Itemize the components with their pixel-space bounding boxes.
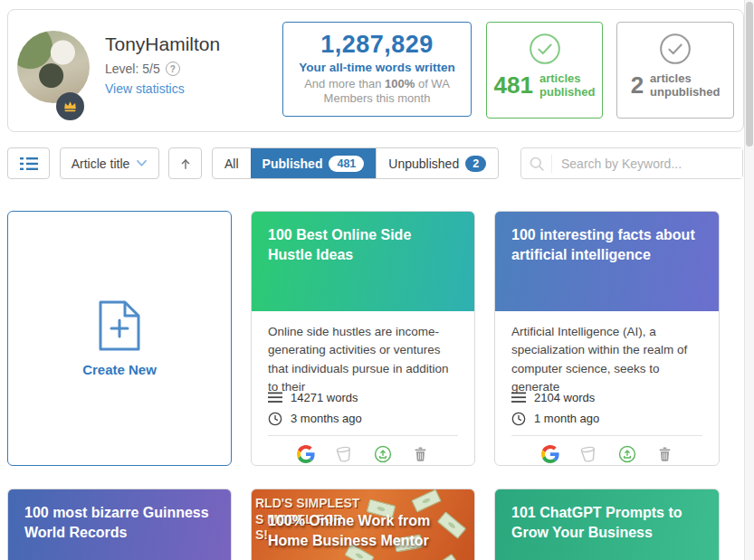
publish-icon[interactable] — [617, 444, 637, 464]
article-actions — [495, 436, 719, 466]
word-count-icon — [268, 392, 282, 403]
article-title: 100 most bizarre Guinness World Records — [24, 503, 215, 542]
crown-icon — [62, 98, 79, 115]
article-header[interactable]: 100 interesting facts about artificial i… — [495, 212, 719, 311]
unpublished-stat-card: 2 articlesunpublished — [616, 22, 734, 119]
list-icon — [19, 156, 39, 172]
new-document-icon — [99, 300, 140, 351]
unpublished-label: articlesunpublished — [650, 72, 720, 100]
bucket-icon[interactable] — [578, 444, 598, 464]
arrow-up-icon — [178, 156, 193, 172]
filter-tabs: All Published 481 Unpublished 2 — [212, 147, 499, 179]
crown-badge — [56, 92, 84, 120]
help-icon[interactable]: ? — [166, 62, 180, 76]
unpublished-count: 2 — [631, 71, 644, 100]
article-age: 3 months ago — [291, 412, 362, 425]
publish-icon[interactable] — [373, 444, 393, 464]
chevron-down-icon — [136, 159, 148, 167]
article-card: 100 Best Online Side Hustle Ideas Online… — [251, 211, 475, 466]
trash-icon[interactable] — [656, 445, 673, 463]
article-title: 100 interesting facts about artificial i… — [511, 225, 702, 264]
published-label: articlespublished — [539, 72, 595, 100]
article-card: 100 interesting facts about artificial i… — [494, 211, 720, 466]
google-index-icon[interactable] — [297, 445, 315, 463]
article-title: 100 Best Online Side Hustle Ideas — [268, 225, 458, 264]
tab-unpublished[interactable]: Unpublished 2 — [376, 148, 498, 178]
check-circle-icon — [658, 32, 692, 66]
unpublished-tab-badge: 2 — [465, 156, 486, 172]
dollar-bill-decor — [411, 489, 442, 513]
published-stat-card: 481 articlespublished — [486, 22, 603, 119]
published-count: 481 — [494, 71, 533, 100]
clock-icon — [268, 412, 282, 426]
words-written-subtext: And more than 100% of WA Members this mo… — [283, 77, 471, 107]
create-new-card[interactable]: Create New — [7, 211, 232, 466]
article-title: 101 ChatGPT Prompts to Grow Your Busines… — [511, 503, 702, 542]
article-card: 100 most bizarre Guinness World Records — [7, 489, 232, 560]
level-label: Level: 5/5 — [105, 62, 160, 76]
article-excerpt: Artificial Intelligence (AI), a speciali… — [511, 323, 702, 379]
article-card: RLD'S SIMPLEST S MODEL FOR S! 100% Onlin… — [251, 489, 475, 560]
word-count: 14271 words — [291, 391, 358, 404]
word-count: 2104 words — [534, 391, 595, 404]
view-statistics-link[interactable]: View statistics — [105, 81, 185, 96]
words-written-card: 1,287,829 Your all-time words written An… — [282, 22, 472, 117]
search-icon — [521, 155, 552, 173]
published-tab-badge: 481 — [329, 156, 364, 172]
search-box — [520, 147, 743, 179]
scrollbar-thumb[interactable] — [746, 2, 753, 147]
tab-all[interactable]: All — [213, 148, 251, 178]
article-excerpt: Online side hustles are income-generatin… — [268, 323, 458, 379]
article-header[interactable]: 100 most bizarre Guinness World Records — [8, 489, 231, 560]
article-card: 101 ChatGPT Prompts to Grow Your Busines… — [494, 489, 720, 560]
scrollbar-track[interactable] — [744, 0, 754, 560]
sort-dropdown-label: Article title — [72, 157, 130, 171]
create-new-label: Create New — [82, 362, 157, 377]
trash-icon[interactable] — [412, 445, 429, 463]
dollar-bill-decor — [429, 554, 459, 560]
clock-icon — [511, 412, 526, 426]
article-actions — [252, 436, 474, 466]
profile-header-card: TonyHamilton Level: 5/5 ? View statistic… — [7, 9, 744, 132]
avatar[interactable] — [17, 31, 90, 103]
article-header-image[interactable]: RLD'S SIMPLEST S MODEL FOR S! 100% Onlin… — [252, 489, 474, 560]
article-age: 1 month ago — [534, 412, 599, 425]
check-circle-icon — [528, 32, 562, 66]
words-written-label: Your all-time words written — [283, 61, 471, 74]
level-row: Level: 5/5 ? — [105, 62, 180, 76]
google-index-icon[interactable] — [541, 445, 559, 463]
tab-published[interactable]: Published 481 — [251, 148, 377, 178]
article-meta: 2104 words 1 month ago — [511, 387, 702, 429]
words-written-value: 1,287,829 — [283, 31, 471, 59]
bucket-icon[interactable] — [334, 444, 354, 464]
word-count-icon — [511, 392, 526, 403]
search-input[interactable] — [552, 148, 742, 178]
article-title: 100% Online Work from Home Business Ment… — [268, 511, 467, 550]
profile-name: TonyHamilton — [105, 33, 220, 55]
article-header[interactable]: 100 Best Online Side Hustle Ideas — [252, 212, 474, 311]
articles-dashboard: TonyHamilton Level: 5/5 ? View statistic… — [0, 0, 754, 560]
article-header[interactable]: 101 ChatGPT Prompts to Grow Your Busines… — [495, 489, 719, 560]
sort-direction-button[interactable] — [168, 147, 202, 179]
article-meta: 14271 words 3 months ago — [268, 387, 458, 429]
list-view-button[interactable] — [7, 147, 50, 179]
sort-dropdown[interactable]: Article title — [60, 147, 159, 179]
